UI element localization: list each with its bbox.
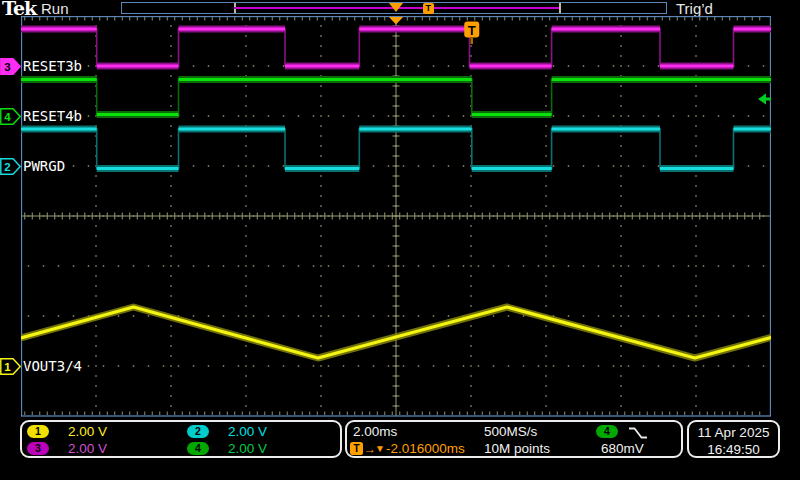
svg-text:3: 3	[4, 61, 10, 73]
trigger-delay-readout: -2.016000ms	[386, 442, 465, 456]
trigger-status: Trig’d	[676, 0, 713, 17]
trigger-level-readout: 680mV	[601, 442, 644, 456]
channel-label-reset3b: RESET3b	[23, 58, 82, 74]
expansion-point-marker-icon	[389, 17, 403, 25]
timebase-readout: 2.00ms	[353, 425, 397, 439]
waveform-display: T	[21, 16, 771, 417]
channel-marker-1[interactable]: 1	[0, 358, 21, 375]
oscilloscope-screen: Tek Run Trig’d T T 12.00 V22.00 V32.00 V…	[0, 0, 800, 480]
date-readout: 11 Apr 2025	[689, 425, 778, 440]
trigger-level-arrow-icon[interactable]	[758, 94, 771, 105]
channel-readout-1[interactable]: 12.00 V	[27, 425, 107, 439]
trigger-slope-falling-icon	[628, 426, 648, 440]
channel-label-reset4b: RESET4b	[23, 108, 82, 124]
channel-scale-box[interactable]: 12.00 V22.00 V32.00 V42.00 V	[20, 420, 342, 458]
svg-text:1: 1	[4, 361, 11, 373]
channel-badge-1[interactable]: 1	[27, 425, 49, 438]
channel-badge-2[interactable]: 2	[187, 425, 209, 438]
channel-marker-4[interactable]: 4	[0, 108, 21, 125]
svg-text:2: 2	[4, 161, 10, 173]
channel-marker-3[interactable]: 3	[0, 58, 21, 75]
channel-scale-1: 2.00 V	[68, 425, 107, 438]
channel-badge-4[interactable]: 4	[187, 442, 209, 455]
sample-rate-readout: 500MS/s	[484, 425, 537, 439]
channel-marker-2[interactable]: 2	[0, 158, 21, 175]
record-length-readout: 10M points	[484, 442, 550, 456]
acq-trigger-t-icon[interactable]: T	[423, 3, 434, 14]
channel-readout-4[interactable]: 42.00 V	[187, 442, 267, 456]
acquisition-status: Run	[41, 0, 69, 17]
acquisition-preview-bar[interactable]: T	[121, 2, 667, 14]
channel-scale-4: 2.00 V	[228, 442, 267, 455]
trigger-source-badge: 4	[596, 425, 618, 438]
expansion-triangle-icon: ▼	[375, 442, 385, 456]
channel-scale-2: 2.00 V	[228, 425, 267, 438]
channel-readout-2[interactable]: 22.00 V	[187, 425, 267, 439]
trigger-t-icon: T	[350, 442, 363, 455]
horizontal-trigger-box[interactable]: 2.00ms 500MS/s 4 T → ▼ -2.016000ms 10M p…	[345, 420, 683, 458]
channel-badge-3[interactable]: 3	[27, 442, 49, 455]
svg-text:T: T	[468, 23, 476, 38]
channel-label-vout3-4: VOUT3/4	[23, 358, 82, 374]
acq-expansion-marker-icon[interactable]	[389, 3, 403, 12]
acq-window-end-bracket	[559, 3, 561, 13]
time-readout: 16:49:50	[689, 442, 778, 457]
channel-scale-3: 2.00 V	[68, 442, 107, 455]
channel-readout-3[interactable]: 32.00 V	[27, 442, 107, 456]
svg-text:4: 4	[4, 111, 11, 123]
datetime-box[interactable]: 11 Apr 2025 16:49:50	[687, 420, 780, 458]
channel-label-pwrgd: PWRGD	[23, 158, 65, 174]
